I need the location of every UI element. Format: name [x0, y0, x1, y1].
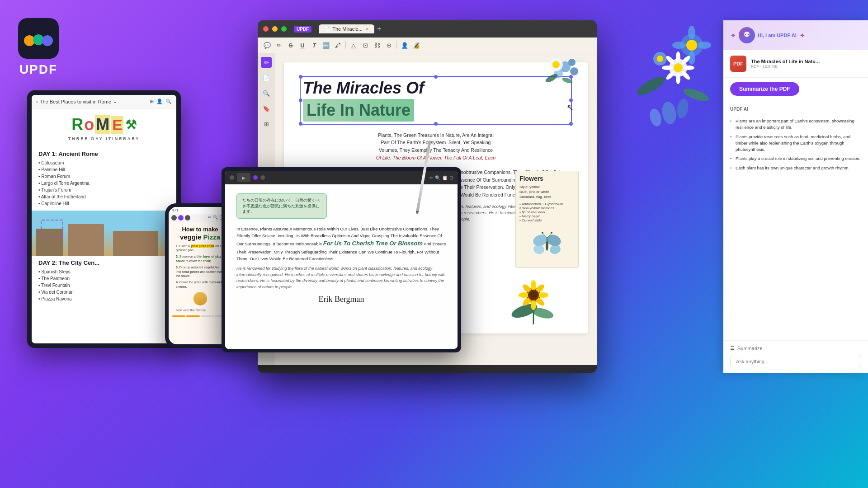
handle-lm[interactable] — [299, 99, 302, 102]
logo-text: UPDF — [19, 62, 57, 77]
window-titlebar: UPDF 📄 The Miracle... ✕ + — [258, 20, 597, 38]
svg-point-19 — [551, 232, 552, 234]
svg-point-37 — [686, 40, 697, 51]
cursor-pointer: ↖ — [566, 102, 574, 113]
sidebar-pages-icon[interactable]: 📄 — [261, 72, 272, 83]
day2-list: Spanish Steps The Pantheon Trevi Fountai… — [38, 268, 170, 302]
updf-brand: UPDF — [294, 26, 311, 33]
ai-greeting: Hi, I am UPDF AI — [758, 33, 797, 38]
comment-icon[interactable]: 💬 — [262, 40, 272, 50]
tab-close-icon[interactable]: ✕ — [365, 27, 369, 32]
pizza-step-5: basil over the cheese. — [172, 307, 228, 314]
svg-point-51 — [680, 55, 691, 66]
handle-bm[interactable] — [434, 122, 438, 126]
sidebar-layers-icon[interactable]: ⊞ — [261, 118, 272, 129]
active-tab[interactable]: 📄 The Miracle... ✕ — [319, 24, 374, 33]
text-box-icon[interactable]: 🔤 — [321, 40, 331, 50]
pizza-title: How to make veggie Pizza — [172, 224, 228, 243]
list-item: Colosseum — [38, 160, 170, 166]
svg-point-36 — [680, 34, 703, 56]
highlight-icon[interactable]: 🖍 — [333, 40, 343, 50]
japanese-tooltip: たちの日常の存在において、自然の驚くべき不思議な色が活気に満ちた刺激を提供します… — [236, 193, 327, 219]
strikethrough-icon[interactable]: S — [286, 40, 296, 50]
svg-point-34 — [745, 34, 746, 35]
day2-section: DAY 2: The City Cen... Spanish Steps The… — [32, 256, 176, 306]
day1-section: DAY 1: Ancient Rome Colosseum Palatine H… — [32, 147, 176, 211]
svg-point-39 — [688, 51, 695, 65]
sidebar-search-icon[interactable]: 🔍 — [261, 88, 272, 99]
ct-right-tools: ✏ 🔍 📋 ⊡ — [429, 175, 453, 180]
ai-avatar — [739, 27, 755, 43]
butterfly-illustration — [519, 226, 575, 264]
handle-bl[interactable] — [299, 122, 302, 126]
logo-icon — [18, 18, 59, 59]
pdf-body-text: Plants, The Green Treasures In Nature, A… — [300, 131, 572, 162]
day1-title: DAY 1: Ancient Rome — [38, 150, 170, 157]
itinerary-label: THREE DAY ITINERARY — [38, 136, 170, 141]
link-icon[interactable]: ⛓ — [372, 40, 382, 50]
crop-icon[interactable]: ⊡ — [360, 40, 370, 50]
tablet-header: ‹ The Best Places to visit in Rome ⌄ ⊞👤🔍 — [32, 95, 176, 108]
stamp-icon[interactable]: 🔏 — [411, 40, 421, 50]
list-item: The Pantheon — [38, 275, 170, 282]
list-item: Piazza Navona — [38, 296, 170, 302]
target-icon[interactable]: ⊕ — [384, 40, 394, 50]
svg-point-44 — [669, 59, 687, 77]
pencil-icon[interactable]: ✏ — [274, 40, 284, 50]
ai-file-item: PDF The Miracles of Life in Natu... PDF … — [723, 50, 868, 78]
ct-dot-3 — [260, 175, 265, 180]
ai-results: UPDF AI Plants are an important part of … — [723, 100, 868, 178]
flowers-info-box: Flowers Style: yellow Blue, pink or whit… — [515, 171, 579, 268]
handle-tl[interactable] — [299, 75, 302, 79]
sidebar-edit-icon[interactable]: ✏ — [261, 57, 272, 68]
summarize-label: ☰ Summarize — [730, 345, 861, 351]
file-size: PDF · 12.8 MB — [751, 64, 861, 69]
center-doc-main-text: In Essence, Plants Assume A Momentous Ro… — [236, 225, 446, 263]
ai-bullet-1: Plants are an important part of Earth's … — [730, 117, 861, 132]
handle-br[interactable] — [569, 122, 573, 126]
close-button[interactable] — [263, 26, 269, 32]
japanese-text: たちの日常の存在において、自然の驚くべき不思議な色が活気に満ちた刺激を提供します… — [242, 198, 320, 214]
svg-point-56 — [660, 101, 678, 125]
ct-play-btn[interactable]: ▶ — [237, 173, 250, 182]
svg-point-47 — [676, 73, 680, 84]
file-info: The Miracles of Life in Natu... PDF · 12… — [751, 59, 861, 69]
list-item: Palatine Hill — [38, 166, 170, 173]
svg-point-53 — [680, 70, 691, 81]
summarize-pdf-button[interactable]: Summarize the PDF — [730, 82, 799, 96]
text-icon[interactable]: T — [309, 40, 319, 50]
flowers-item-3: Standard, flag, keel — [519, 194, 575, 199]
sidebar-bookmark-icon[interactable]: 🔖 — [261, 103, 272, 114]
add-tab-button[interactable]: + — [377, 25, 381, 33]
flowers-item-1: Style: yellow — [519, 184, 575, 189]
handle-tm[interactable] — [434, 75, 438, 79]
maximize-button[interactable] — [281, 26, 287, 32]
minimize-button[interactable] — [272, 26, 278, 32]
progress-bar — [172, 315, 228, 317]
logo-area: UPDF — [18, 18, 59, 77]
tab-bar: 📄 The Miracle... ✕ + — [319, 24, 381, 33]
ct-dot-1 — [230, 175, 234, 180]
person-icon[interactable]: 👤 — [400, 40, 410, 50]
underline-icon[interactable]: U — [297, 40, 307, 50]
ai-footer: ☰ Summarize — [723, 340, 868, 373]
rome-badge: R o M E ⚒ — [38, 115, 170, 134]
list-item: Via dei Coronari — [38, 289, 170, 296]
ai-header-content: ✦ Hi, I am UPDF AI ✦ — [730, 27, 805, 43]
tablet-doc-title: The Best Places to visit in Rome — [40, 99, 111, 104]
day1-list: Colosseum Palatine Hill Roman Forum Larg… — [38, 160, 170, 207]
sparkle-icon: ✦ — [730, 31, 736, 40]
toolbar-divider-2 — [396, 41, 397, 49]
svg-point-40 — [672, 42, 686, 49]
shapes-icon[interactable]: △ — [349, 40, 359, 50]
pizza-line1: How to make — [176, 226, 224, 233]
sunflower-decoration — [506, 279, 561, 324]
svg-point-50 — [665, 55, 676, 66]
ct-author: Erik Bergman — [236, 295, 446, 304]
center-tablet-content: たちの日常の存在において、自然の驚くべき不思議な色が活気に満ちた刺激を提供します… — [225, 184, 458, 349]
svg-point-4 — [568, 59, 576, 66]
svg-point-27 — [538, 292, 548, 298]
flower-decoration-top — [529, 58, 583, 103]
flowers-item-2: Blue, pink or white — [519, 189, 575, 194]
ai-chat-input[interactable] — [730, 355, 861, 368]
